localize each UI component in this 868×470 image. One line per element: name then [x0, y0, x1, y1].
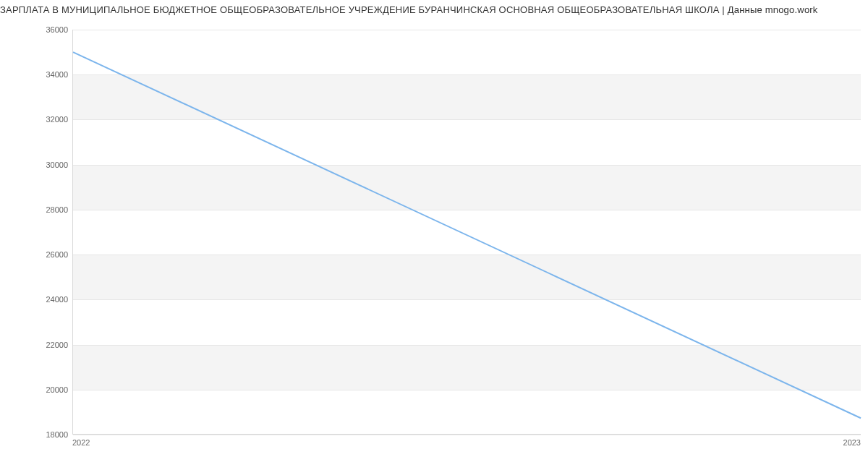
y-tick-label: 18000: [10, 430, 68, 439]
y-tick-label: 20000: [10, 385, 68, 394]
y-tick-label: 36000: [10, 25, 68, 34]
y-tick-label: 22000: [10, 341, 68, 349]
y-tick-label: 26000: [10, 250, 68, 259]
line-svg: [73, 30, 861, 434]
x-tick-label: 2022: [72, 438, 90, 447]
y-tick-label: 28000: [10, 205, 68, 214]
y-tick-label: 34000: [10, 70, 68, 79]
y-tick-label: 32000: [10, 115, 68, 124]
gridline: [73, 435, 861, 435]
y-tick-label: 30000: [10, 161, 68, 169]
series-line: [73, 52, 861, 418]
plot-area: [72, 30, 861, 435]
x-tick-label: 2023: [843, 438, 861, 447]
chart-area: 1800020000220002400026000280003000032000…: [0, 15, 868, 462]
y-tick-label: 24000: [10, 295, 68, 304]
chart-title: ЗАРПЛАТА В МУНИЦИПАЛЬНОЕ БЮДЖЕТНОЕ ОБЩЕО…: [0, 0, 868, 15]
